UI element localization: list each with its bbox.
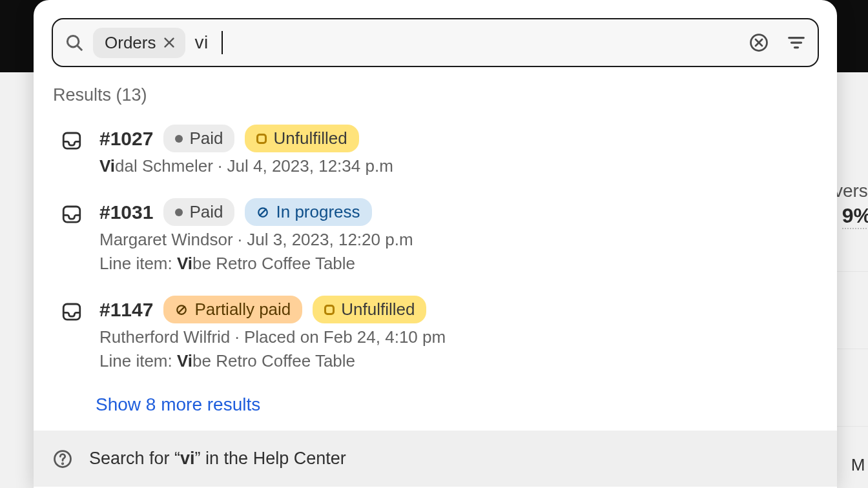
svg-line-1 [78, 46, 81, 50]
help-query: vi [180, 449, 195, 468]
fulfillment-badge: In progress [245, 198, 371, 226]
background-row-label: M [851, 455, 865, 475]
fulfillment-badge: Unfulfilled [313, 296, 426, 323]
result-row[interactable]: #1031PaidIn progressMargaret Windsor · J… [53, 190, 818, 288]
show-more-link[interactable]: Show 8 more results [53, 385, 818, 431]
help-suffix: ” in the Help Center [195, 449, 346, 468]
results-count: Results (13) [53, 85, 818, 105]
result-row[interactable]: #1027PaidUnfulfilledVidal Schmeler · Jul… [53, 117, 818, 190]
help-icon [53, 449, 72, 469]
order-id: #1147 [99, 299, 153, 321]
payment-badge: Paid [163, 198, 234, 226]
svg-line-13 [260, 209, 267, 216]
help-center-footer[interactable]: Search for “vi” in the Help Center [34, 431, 837, 487]
search-bar[interactable]: Orders vi [52, 18, 819, 67]
result-line-item: Line item: Vibe Retro Coffee Table [99, 351, 446, 371]
help-prefix: Search for “ [89, 449, 180, 468]
result-customer-line: Rutherford Wilfrid · Placed on Feb 24, 4… [99, 327, 446, 347]
search-panel: Orders vi Results (13) #1027PaidUnfulfil… [34, 0, 837, 488]
filter-chip-orders[interactable]: Orders [93, 28, 185, 58]
payment-badge: Paid [163, 125, 234, 152]
help-center-text: Search for “vi” in the Help Center [89, 449, 346, 469]
filter-icon[interactable] [787, 33, 806, 52]
order-icon [61, 130, 83, 176]
result-customer-line: Vidal Schmeler · Jul 4, 2023, 12:34 p.m [99, 156, 393, 176]
svg-line-16 [179, 307, 185, 313]
result-row[interactable]: #1147Partially paidUnfulfilledRutherford… [53, 288, 818, 385]
order-icon [61, 203, 83, 274]
order-id: #1027 [99, 128, 153, 150]
remove-chip-icon[interactable] [162, 36, 176, 50]
order-icon [61, 301, 83, 371]
order-id: #1031 [99, 201, 153, 223]
payment-badge: Partially paid [163, 296, 302, 323]
search-input-wrap[interactable]: vi [194, 31, 740, 54]
search-icon [65, 33, 84, 52]
filter-chip-label: Orders [105, 33, 156, 53]
result-customer-line: Margaret Windsor · Jul 3, 2023, 12:20 p.… [99, 230, 413, 250]
search-input[interactable]: vi [194, 32, 220, 53]
clear-search-icon[interactable] [749, 33, 769, 52]
fulfillment-badge: Unfulfilled [245, 125, 358, 152]
results-list: #1027PaidUnfulfilledVidal Schmeler · Jul… [53, 117, 818, 385]
svg-point-18 [62, 463, 63, 464]
result-line-item: Line item: Vibe Retro Coffee Table [99, 254, 413, 274]
text-caret [222, 31, 223, 54]
